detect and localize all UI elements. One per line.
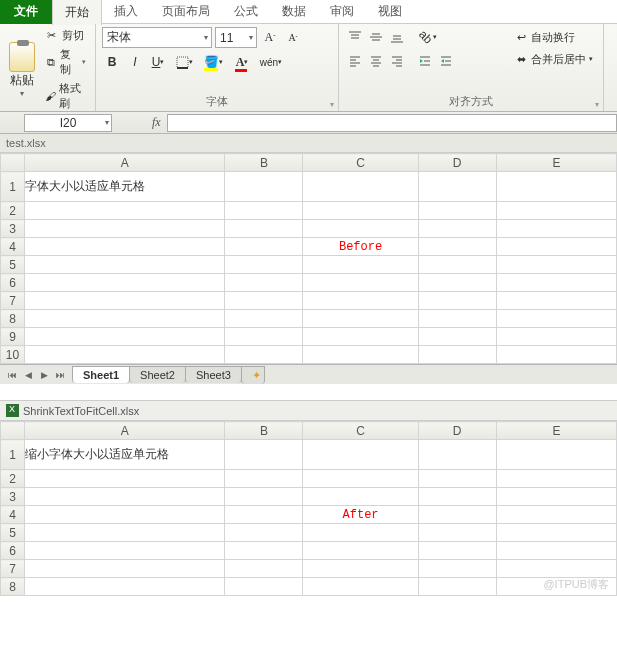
cell[interactable]	[418, 202, 496, 220]
cell[interactable]	[225, 238, 303, 256]
cell[interactable]	[225, 172, 303, 202]
merge-center-button[interactable]: ⬌合并后居中▾	[511, 49, 597, 69]
sheet-tab[interactable]: Sheet2	[129, 366, 186, 383]
align-top-button[interactable]	[345, 27, 365, 47]
cell[interactable]	[303, 310, 418, 328]
cell[interactable]	[303, 346, 418, 364]
sheet-nav-last[interactable]: ⏭	[52, 370, 68, 380]
cell[interactable]	[496, 274, 616, 292]
cell[interactable]	[25, 274, 225, 292]
cell[interactable]	[225, 328, 303, 346]
cell[interactable]	[303, 292, 418, 310]
increase-font-button[interactable]: Aˆ	[260, 28, 280, 48]
cell[interactable]	[496, 328, 616, 346]
cell[interactable]	[25, 578, 225, 596]
cell[interactable]	[225, 256, 303, 274]
cell[interactable]	[225, 542, 303, 560]
cell[interactable]	[418, 524, 496, 542]
cell[interactable]	[496, 292, 616, 310]
grid-1[interactable]: A B C D E 1字体大小以适应单元格 2 3 4Before 5 6 7 …	[0, 153, 617, 364]
cell[interactable]	[496, 542, 616, 560]
cell[interactable]	[303, 488, 418, 506]
cell[interactable]	[225, 220, 303, 238]
workbook-tab-1[interactable]: test.xlsx	[0, 134, 617, 153]
cell-a1-shrunk[interactable]: 缩小字体大小以适应单元格	[25, 440, 225, 470]
sheet-nav-first[interactable]: ⏮	[4, 370, 20, 380]
cell[interactable]	[418, 440, 496, 470]
col-header[interactable]: D	[418, 154, 496, 172]
cell[interactable]	[496, 220, 616, 238]
cell-a1[interactable]: 字体大小以适应单元格	[25, 172, 225, 202]
cell[interactable]	[418, 292, 496, 310]
row-header[interactable]: 5	[1, 256, 25, 274]
select-all-1[interactable]	[1, 154, 25, 172]
cell[interactable]	[25, 292, 225, 310]
col-header[interactable]: A	[25, 422, 225, 440]
row-header[interactable]: 3	[1, 488, 25, 506]
row-header[interactable]: 3	[1, 220, 25, 238]
cell[interactable]	[418, 506, 496, 524]
font-color-button[interactable]: A▾	[229, 52, 255, 72]
cell[interactable]	[418, 542, 496, 560]
cell[interactable]	[303, 560, 418, 578]
decrease-indent-button[interactable]	[415, 51, 435, 71]
cell[interactable]	[496, 346, 616, 364]
cell[interactable]	[225, 578, 303, 596]
phonetic-button[interactable]: wén▾	[258, 52, 284, 72]
cell[interactable]	[303, 172, 418, 202]
fx-icon[interactable]: fx	[152, 115, 161, 130]
cell[interactable]	[496, 238, 616, 256]
font-size-select[interactable]: 11	[215, 27, 257, 48]
cell[interactable]	[418, 346, 496, 364]
cell[interactable]	[303, 470, 418, 488]
italic-button[interactable]: I	[125, 52, 145, 72]
cell[interactable]	[225, 470, 303, 488]
decrease-font-button[interactable]: Aˇ	[283, 28, 303, 48]
cell[interactable]	[25, 560, 225, 578]
tab-view[interactable]: 视图	[366, 0, 414, 24]
cell[interactable]	[496, 202, 616, 220]
label-after[interactable]: After	[303, 506, 418, 524]
row-header[interactable]: 4	[1, 238, 25, 256]
orientation-button[interactable]: ab▾	[415, 27, 441, 47]
col-header[interactable]: D	[418, 422, 496, 440]
cell[interactable]	[418, 310, 496, 328]
cell[interactable]	[496, 256, 616, 274]
cell[interactable]	[496, 310, 616, 328]
cell[interactable]	[25, 310, 225, 328]
col-header[interactable]: B	[225, 422, 303, 440]
new-sheet-button[interactable]: ✦	[241, 366, 265, 384]
cell[interactable]	[418, 328, 496, 346]
cell[interactable]	[303, 202, 418, 220]
cell[interactable]	[25, 220, 225, 238]
cell[interactable]	[25, 542, 225, 560]
cell[interactable]	[418, 274, 496, 292]
name-box[interactable]: I20	[24, 114, 112, 132]
label-before[interactable]: Before	[303, 238, 418, 256]
underline-button[interactable]: U▾	[148, 52, 168, 72]
cell[interactable]	[303, 220, 418, 238]
cell[interactable]	[496, 524, 616, 542]
align-middle-button[interactable]	[366, 27, 386, 47]
cell[interactable]	[496, 440, 616, 470]
cell[interactable]	[225, 310, 303, 328]
sheet-tab[interactable]: Sheet1	[72, 366, 130, 383]
row-header[interactable]: 9	[1, 328, 25, 346]
paste-button[interactable]: 粘贴 ▾	[6, 27, 38, 112]
cell[interactable]	[303, 524, 418, 542]
formula-input[interactable]	[167, 114, 617, 132]
cell[interactable]	[496, 506, 616, 524]
cell[interactable]	[225, 560, 303, 578]
grid-2[interactable]: A B C D E 1缩小字体大小以适应单元格 2 3 4After 5 6 7…	[0, 421, 617, 596]
col-header[interactable]: C	[303, 154, 418, 172]
cell[interactable]	[25, 488, 225, 506]
row-header[interactable]: 7	[1, 292, 25, 310]
cell[interactable]	[418, 172, 496, 202]
row-header[interactable]: 2	[1, 202, 25, 220]
cell[interactable]	[225, 488, 303, 506]
row-header[interactable]: 6	[1, 274, 25, 292]
row-header[interactable]: 2	[1, 470, 25, 488]
tab-page-layout[interactable]: 页面布局	[150, 0, 222, 24]
col-header[interactable]: E	[496, 422, 616, 440]
cell[interactable]	[496, 488, 616, 506]
